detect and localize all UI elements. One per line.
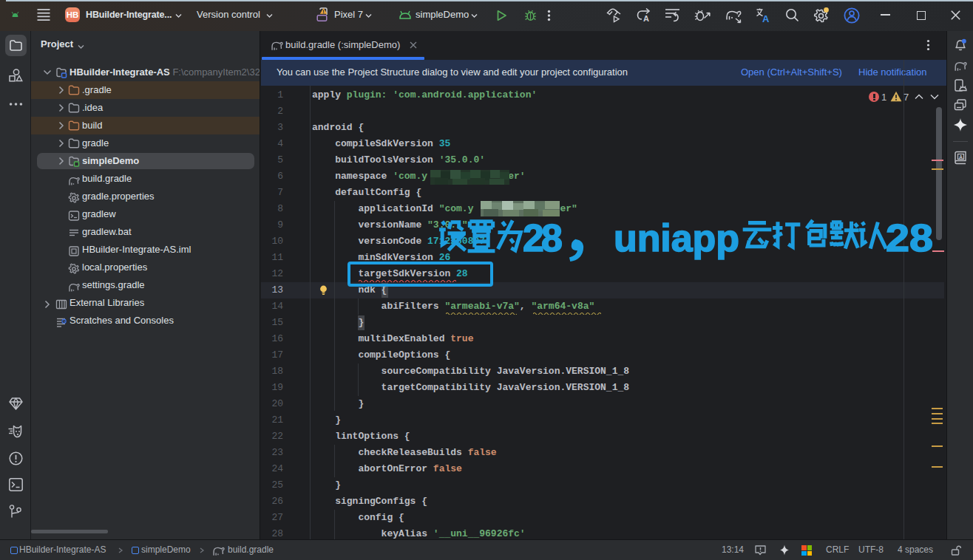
svg-text:A: A bbox=[959, 154, 963, 160]
svg-text:28: 28 bbox=[886, 218, 933, 259]
svg-text:A: A bbox=[762, 13, 770, 23]
svg-text:A: A bbox=[643, 14, 649, 23]
svg-text:28: 28 bbox=[523, 218, 563, 259]
svg-text:uniapp: uniapp bbox=[614, 218, 739, 259]
